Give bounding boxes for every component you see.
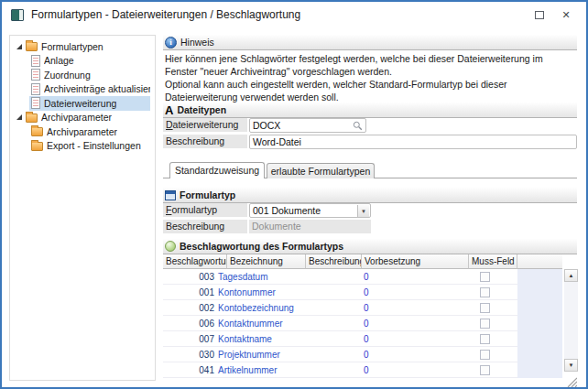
dateierweiterung-label: Dateierweiterung [163,118,247,132]
column-header-bezeichnung[interactable]: Bezeichnung [227,254,306,269]
table-row[interactable]: 007 Kontaktname 0 [163,331,562,347]
column-header-vorbesetzung[interactable]: Vorbesetzung [362,254,469,269]
muss-feld-checkbox[interactable] [480,287,490,297]
muss-feld-checkbox[interactable] [480,303,490,313]
main-panel: i Hinweis Hier können jene Schlagwörter … [163,35,577,388]
hinweis-section-header: i Hinweis [163,35,577,50]
dateierweiterung-input[interactable]: DOCX [249,118,366,133]
table-row[interactable]: 041 Artikelnummer 0 [163,362,562,378]
dateitypen-section-header: A Dateitypen [163,103,577,118]
form-icon [165,190,176,200]
column-header-muss-feld[interactable]: Muss-Feld [469,254,517,269]
beschreibung-input[interactable]: Word-Datei [249,135,577,149]
hinweis-title: Hinweis [180,37,214,48]
folder-icon [26,42,38,51]
maximize-icon [535,11,544,19]
tree-item-archivparameter[interactable]: Archivparameter [10,124,155,139]
folder-icon [31,142,43,151]
expander-icon[interactable] [15,43,24,50]
beschlagwortung-section-header: Beschlagwortung des Formulartyps [163,239,577,254]
table-body: 003 Tagesdatum 0 001 Kontonummer 0 002 K… [163,269,562,378]
maximize-button[interactable] [532,7,547,22]
muss-feld-checkbox[interactable] [480,365,490,375]
expander-icon[interactable] [15,113,24,121]
tree-item-export-einstellungen[interactable]: Export - Einstellungen [10,139,155,154]
tree-item-anlage[interactable]: Anlage [10,54,155,69]
letter-a-icon: A [165,104,173,116]
navigation-tree: Formulartypen Anlage Zuordnung Archivein… [9,35,156,381]
document-icon [31,83,40,95]
dateierweiterung-row: Dateierweiterung DOCX [163,118,577,133]
vertical-scrollbar[interactable]: ▲ ▼ [564,269,578,372]
muss-feld-checkbox[interactable] [480,319,490,329]
title-bar[interactable]: Formulartypen - Dateierweiterungen / Bes… [2,2,586,27]
window-title: Formulartypen - Dateierweiterungen / Bes… [31,8,300,21]
tree-item-zuordnung[interactable]: Zuordnung [10,68,155,82]
formulartyp-row: Formulartyp 001 Dokumente ▼ [163,203,577,218]
document-icon [31,55,40,67]
tree-item-formulartypen[interactable]: Formulartypen [10,39,155,54]
search-icon[interactable] [353,121,363,131]
document-icon [31,97,40,109]
scroll-down-button[interactable]: ▼ [564,359,578,372]
column-header-beschlagwortung[interactable]: Beschlagwortung [163,254,227,269]
dialog-window: Formulartypen - Dateierweiterungen / Bes… [0,0,588,389]
formulartyp-title: Formulartyp [180,189,235,200]
beschlagwortung-title: Beschlagwortung des Formulartyps [180,241,343,252]
table-row[interactable]: 006 Kontaktnummer 0 [163,316,562,331]
tree-item-archiveintraege-aktualisieren[interactable]: Archiveinträge aktualisieren [10,82,155,97]
tab-erlaubte-formulartypen[interactable]: erlaubte Formulartypen [267,163,375,178]
formulartyp-beschreibung-label: Beschreibung [163,220,247,233]
tab-standardzuweisung[interactable]: Standardzuweisung [169,162,265,178]
scroll-up-button[interactable]: ▲ [564,269,578,282]
close-icon: ✕ [561,9,570,21]
table-header: Beschlagwortung Bezeichnung Beschreibung… [163,254,562,269]
table-row[interactable]: 002 Kontobezeichnung 0 [163,300,562,316]
muss-feld-checkbox[interactable] [480,350,490,360]
folder-icon [31,127,43,136]
muss-feld-checkbox[interactable] [480,272,490,282]
formulartyp-section-header: Formulartyp [163,188,577,203]
column-header-filler [517,254,562,269]
document-icon [31,69,40,81]
close-button[interactable]: ✕ [559,7,573,22]
tree-item-dateierweiterung[interactable]: Dateierweiterung [10,96,155,111]
hinweis-text: Hier können jene Schlagwörter festgelegt… [165,53,575,103]
dateitypen-title: Dateitypen [177,104,226,115]
table-row[interactable]: 003 Tagesdatum 0 [163,269,562,285]
muss-feld-checkbox[interactable] [480,334,490,344]
table-empty-area [517,269,562,378]
folder-icon [26,113,38,123]
keyword-icon [165,241,176,252]
info-icon: i [165,37,177,49]
arrow-down-icon: ▼ [569,362,574,368]
resize-grip[interactable] [565,374,577,389]
app-icon [11,9,24,21]
tree-item-archivparameter-root[interactable]: Archivparameter [10,111,155,125]
formulartyp-label: Formulartyp [163,203,247,217]
arrow-up-icon: ▲ [569,273,574,278]
formulartyp-beschreibung-field: Dokumente [249,220,371,233]
beschreibung-row: Beschreibung Word-Datei [163,135,577,149]
formulartyp-combobox[interactable]: 001 Dokumente ▼ [249,203,371,218]
formulartyp-beschreibung-row: Beschreibung Dokumente [163,220,577,234]
table-row[interactable]: 001 Kontonummer 0 [163,285,562,300]
table-row[interactable]: 030 Projektnummer 0 [163,347,562,362]
chevron-down-icon: ▼ [361,209,366,214]
beschreibung-label: Beschreibung [163,135,247,148]
column-header-beschreibung[interactable]: Beschreibung [306,254,362,269]
combobox-dropdown-button[interactable]: ▼ [357,205,369,217]
